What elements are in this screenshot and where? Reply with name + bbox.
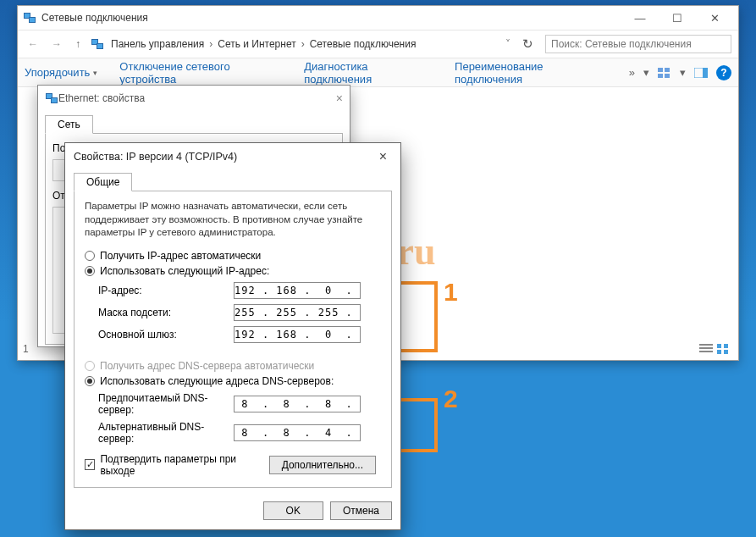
validate-checkbox-label: Подтвердить параметры при выходе (100, 453, 263, 477)
dialog-footer: OK Отмена (65, 496, 400, 529)
dialog-title: Свойства: IP версии 4 (TCP/IPv4) (74, 151, 237, 163)
tab-general[interactable]: Общие (74, 173, 132, 191)
toolbar: Упорядочить ▾ Отключение сетевого устрой… (18, 58, 738, 87)
nav-forward-icon[interactable]: → (48, 38, 65, 50)
dialog-title: Ethernet: свойства (58, 92, 145, 104)
window-title: Сетевые подключения (41, 12, 148, 24)
titlebar: Сетевые подключения — ☐ ✕ (18, 6, 738, 30)
close-button[interactable]: ✕ (696, 8, 733, 28)
radio-icon (85, 251, 95, 261)
radio-obtain-dns-auto: Получить адрес DNS-сервера автоматически (85, 360, 381, 372)
icons-view-icon[interactable] (716, 343, 730, 355)
radio-use-following-ip[interactable]: Использовать следующий IP-адрес: (85, 265, 381, 277)
path-icon (91, 37, 104, 51)
svg-rect-0 (658, 68, 663, 72)
radio-use-following-dns[interactable]: Использовать следующие адреса DNS-сервер… (85, 375, 381, 387)
description-text: Параметры IP можно назначать автоматичес… (85, 200, 381, 240)
help-icon[interactable]: ? (716, 65, 731, 80)
toolbar-rename[interactable]: Переименование подключения (455, 60, 607, 86)
search-placeholder: Поиск: Сетевые подключения (551, 38, 692, 50)
svg-rect-11 (717, 350, 721, 354)
network-connections-icon (23, 11, 36, 25)
radio-icon (85, 361, 95, 371)
radio-label: Получить IP-адрес автоматически (100, 250, 261, 262)
tab-network[interactable]: Сеть (45, 115, 93, 134)
subnet-mask-input[interactable] (234, 304, 361, 321)
chevron-down-icon[interactable]: ▾ (680, 66, 686, 79)
search-input[interactable]: Поиск: Сетевые подключения (545, 35, 731, 53)
crumb-sep: › (301, 38, 305, 50)
svg-rect-12 (724, 350, 728, 354)
close-icon[interactable]: × (336, 91, 343, 105)
toolbar-rename-label: Переименование подключения (455, 60, 607, 86)
crumb-network-internet[interactable]: Сеть и Интернет (218, 38, 295, 50)
radio-obtain-ip-auto[interactable]: Получить IP-адрес автоматически (85, 250, 381, 262)
ip-address-input[interactable] (234, 282, 361, 299)
alternate-dns-label: Альтернативный DNS-сервер: (98, 421, 234, 445)
dialog-titlebar: Свойства: IP версии 4 (TCP/IPv4) × (65, 143, 400, 170)
toolbar-organize-label: Упорядочить (25, 66, 90, 79)
toolbar-diagnose-label: Диагностика подключения (304, 60, 433, 86)
alternate-dns-input[interactable] (234, 424, 361, 441)
crumb-network-connections[interactable]: Сетевые подключения (310, 38, 417, 50)
radio-label: Получить адрес DNS-сервера автоматически (100, 360, 314, 372)
svg-rect-6 (699, 344, 713, 346)
svg-rect-8 (699, 351, 713, 352)
default-gateway-label: Основной шлюз: (98, 329, 234, 340)
svg-rect-5 (703, 68, 708, 78)
address-bar: ← → ↑ Панель управления › Сеть и Интерне… (18, 30, 738, 58)
svg-rect-1 (665, 68, 670, 72)
maximize-button[interactable]: ☐ (659, 8, 696, 28)
toolbar-organize[interactable]: Упорядочить ▾ (25, 66, 97, 79)
preferred-dns-label: Предпочитаемый DNS-сервер: (98, 392, 234, 416)
toolbar-diagnose[interactable]: Диагностика подключения (304, 60, 433, 86)
subnet-mask-label: Маска подсети: (98, 307, 234, 318)
chevron-down-icon: ▾ (93, 69, 97, 77)
svg-rect-9 (717, 344, 721, 348)
ethernet-icon (45, 91, 58, 105)
window-controls: — ☐ ✕ (621, 8, 733, 28)
toolbar-disable-device[interactable]: Отключение сетевого устройства (119, 60, 282, 86)
radio-label: Использовать следующие адреса DNS-сервер… (100, 375, 334, 387)
ipv4-properties-dialog: Свойства: IP версии 4 (TCP/IPv4) × Общие… (64, 142, 401, 530)
radio-icon (85, 376, 95, 386)
address-expand-icon[interactable]: ˅ (505, 38, 510, 50)
close-icon[interactable]: × (374, 149, 392, 164)
crumb-control-panel[interactable]: Панель управления (111, 38, 204, 50)
preview-pane-icon[interactable] (694, 68, 708, 78)
svg-rect-7 (699, 347, 713, 349)
minimize-button[interactable]: — (621, 8, 659, 28)
nav-back-icon[interactable]: ← (25, 38, 41, 50)
status-item-count: 1 (23, 343, 29, 355)
refresh-icon[interactable]: ↻ (522, 36, 533, 52)
breadcrumb[interactable]: Панель управления › Сеть и Интернет › Се… (111, 38, 416, 50)
view-options-icon[interactable] (658, 68, 671, 78)
svg-rect-3 (665, 74, 670, 78)
annotation-2: 2 (444, 385, 458, 413)
svg-rect-10 (724, 344, 728, 348)
svg-rect-2 (658, 74, 663, 78)
radio-icon (85, 266, 95, 276)
toolbar-disable-label: Отключение сетевого устройства (119, 60, 282, 86)
toolbar-more-icon[interactable]: » (629, 66, 635, 79)
advanced-button[interactable]: Дополнительно... (269, 456, 376, 474)
view-toggle-group (699, 343, 730, 355)
dialog-body: Параметры IP можно назначать автоматичес… (74, 191, 392, 488)
radio-label: Использовать следующий IP-адрес: (100, 265, 269, 277)
ok-button[interactable]: OK (263, 501, 323, 520)
nav-up-icon[interactable]: ↑ (72, 38, 84, 50)
validate-checkbox[interactable]: ✓ (85, 459, 95, 470)
details-view-icon[interactable] (699, 343, 713, 355)
ip-address-label: IP-адрес: (98, 285, 234, 296)
cancel-button[interactable]: Отмена (330, 501, 392, 520)
crumb-sep: › (209, 38, 212, 50)
preferred-dns-input[interactable] (234, 396, 361, 412)
default-gateway-input[interactable] (234, 326, 361, 343)
dialog-titlebar: Ethernet: свойства × (38, 86, 350, 111)
chevron-down-icon[interactable]: ▾ (643, 66, 649, 79)
